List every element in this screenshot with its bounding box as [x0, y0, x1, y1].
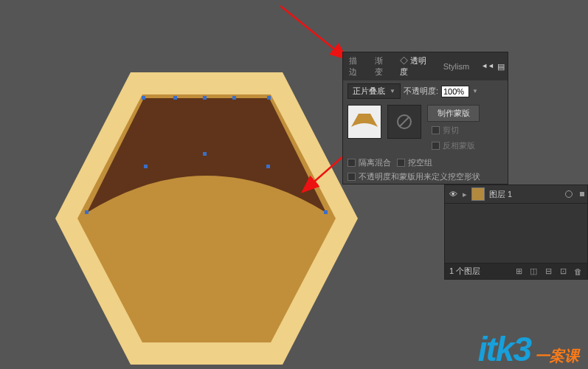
layer-row[interactable]: 👁 ▸ 图层 1 [445, 185, 587, 204]
svg-rect-3 [142, 96, 145, 100]
target-icon[interactable] [565, 190, 573, 198]
svg-rect-8 [324, 210, 328, 214]
watermark: itk3 一案课 [478, 329, 579, 369]
blend-mode-dropdown[interactable]: 正片叠底 ▼ [347, 83, 401, 99]
expand-icon[interactable]: ▸ [463, 190, 467, 199]
layer-swatch [471, 187, 485, 201]
object-thumbnail[interactable] [347, 105, 381, 139]
tab-gradient[interactable]: 渐变 [372, 54, 393, 79]
isolate-blend-checkbox[interactable]: 隔离混合 挖空组 [343, 156, 508, 170]
svg-line-16 [400, 117, 409, 126]
svg-rect-10 [203, 152, 207, 156]
tab-transparency[interactable]: ◇ 透明度 [397, 54, 435, 79]
panel-tabs: 描边 渐变 ◇ 透明度 Stylism ◄◄ ▤ [343, 52, 508, 80]
svg-rect-6 [232, 96, 236, 100]
new-layer-icon[interactable]: ⊡ [558, 266, 568, 277]
chevron-down-icon[interactable]: ▼ [472, 88, 478, 94]
tab-stroke[interactable]: 描边 [346, 54, 367, 79]
panel-collapse-icon[interactable]: ◄◄ [481, 62, 494, 72]
delete-icon[interactable]: 🗑 [573, 266, 583, 277]
layer-name[interactable]: 图层 1 [489, 189, 512, 200]
mask-thumbnail[interactable] [387, 105, 421, 139]
select-indicator [580, 192, 584, 196]
artwork-hexagon[interactable] [55, 72, 358, 366]
layers-panel: 👁 ▸ 图层 1 1 个图层 ⊞ ◫ ⊟ ⊡ 🗑 [444, 184, 588, 280]
panel-menu-icon[interactable]: ▤ [497, 62, 505, 72]
svg-rect-4 [173, 96, 177, 100]
invert-mask-checkbox: 反相蒙版 [427, 139, 480, 153]
opacity-mask-defines-checkbox[interactable]: 不透明度和蒙版用来定义挖空形状 [343, 170, 508, 184]
clip-icon[interactable]: ◫ [528, 266, 539, 277]
chevron-down-icon: ▼ [390, 88, 395, 94]
opacity-label: 不透明度: [404, 86, 438, 97]
svg-rect-9 [144, 165, 148, 168]
clip-checkbox: 剪切 [427, 123, 480, 137]
transparency-panel: 描边 渐变 ◇ 透明度 Stylism ◄◄ ▤ 正片叠底 ▼ 不透明度: ▼ [342, 52, 508, 184]
svg-rect-2 [85, 210, 89, 214]
svg-rect-5 [203, 96, 207, 100]
new-sublayer-icon[interactable]: ⊟ [543, 266, 553, 277]
layers-footer: 1 个图层 ⊞ ◫ ⊟ ⊡ 🗑 [445, 263, 587, 279]
locate-icon[interactable]: ⊞ [513, 266, 524, 277]
visibility-icon[interactable]: 👁 [448, 189, 458, 199]
make-mask-button[interactable]: 制作蒙版 [427, 105, 480, 122]
svg-rect-11 [266, 165, 270, 168]
svg-rect-7 [267, 96, 271, 100]
opacity-input[interactable] [441, 86, 469, 97]
layer-count: 1 个图层 [449, 266, 480, 277]
tab-stylism[interactable]: Stylism [440, 61, 472, 72]
